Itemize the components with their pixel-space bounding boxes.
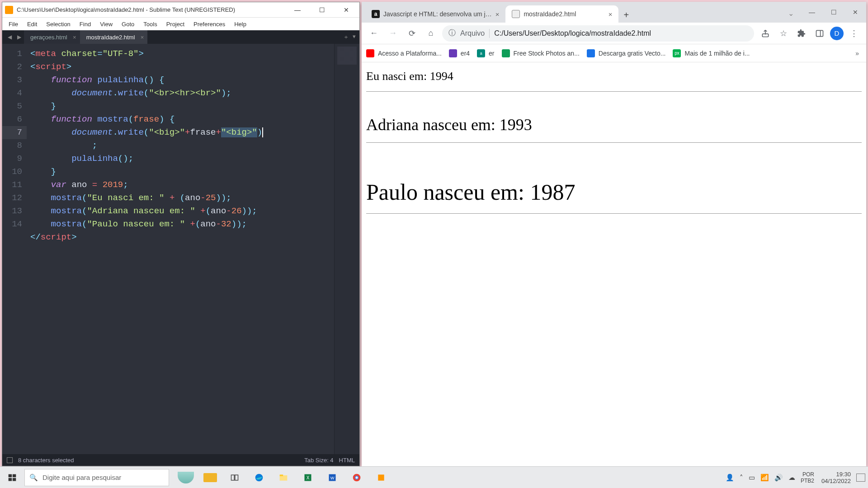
people-icon[interactable]: 👤 [726, 474, 734, 482]
minimize-button[interactable]: — [287, 2, 308, 18]
pexels-icon: px [673, 49, 681, 57]
tray-overflow-icon[interactable]: ˄ [740, 474, 743, 482]
sublime-titlebar[interactable]: C:\Users\User\Desktop\logica\mostraIdade… [2, 2, 359, 18]
menu-file[interactable]: File [5, 19, 22, 29]
taskbar-news-icon-2[interactable] [199, 467, 222, 488]
menu-view[interactable]: View [96, 19, 116, 29]
minimap[interactable] [334, 44, 359, 454]
svg-text:W: W [330, 476, 335, 480]
chrome-tab-active[interactable]: mostraIdade2.html × [505, 5, 618, 23]
system-tray[interactable]: 👤 ˄ ▭ 📶 🔊 ☁ POR PTB2 19:30 04/12/2022 [726, 471, 868, 484]
share-icon[interactable] [758, 26, 773, 41]
sublime-window: C:\Users\User\Desktop\logica\mostraIdade… [2, 2, 360, 466]
menu-goto[interactable]: Goto [118, 19, 138, 29]
tab-nav-back-icon[interactable]: ◀ [5, 34, 14, 40]
taskbar-app-word[interactable]: W [321, 467, 344, 488]
taskbar-news-icon[interactable] [175, 467, 197, 488]
start-button[interactable] [0, 467, 24, 488]
taskbar-app-excel[interactable]: X [297, 467, 319, 488]
search-icon: 🔍 [29, 474, 38, 482]
chrome-menu-icon[interactable]: ⋮ [846, 26, 862, 41]
back-button[interactable]: ← [366, 26, 382, 41]
tab-close-icon[interactable]: × [495, 10, 500, 18]
svg-rect-5 [9, 478, 12, 481]
forward-button[interactable]: → [385, 26, 401, 41]
tab-close-icon[interactable]: × [141, 34, 144, 41]
status-syntax[interactable]: HTML [339, 457, 355, 464]
tab-nav-fwd-icon[interactable]: ▶ [14, 34, 24, 40]
status-tabsize[interactable]: Tab Size: 4 [304, 457, 333, 464]
sublime-editor[interactable]: 1 2 3 4 5 6 7 8 9 10 11 12 13 14 <meta c… [2, 44, 359, 454]
onedrive-icon[interactable]: ☁ [788, 474, 795, 482]
taskbar-app-edge[interactable] [248, 467, 270, 488]
svg-rect-6 [13, 478, 16, 481]
reload-button[interactable]: ⟳ [404, 26, 420, 41]
menu-preferences[interactable]: Preferences [190, 19, 229, 29]
tab-close-icon[interactable]: × [73, 34, 76, 41]
sublime-menubar[interactable]: File Edit Selection Find View Goto Tools… [2, 18, 359, 30]
bookmark-item[interactable]: Descarga gratis Vecto... [587, 49, 666, 57]
bookmark-item[interactable]: a er [477, 49, 494, 57]
battery-icon[interactable]: ▭ [749, 474, 755, 482]
bookmark-item[interactable]: Free Stock Photos an... [502, 49, 580, 57]
menu-edit[interactable]: Edit [24, 19, 41, 29]
volume-icon[interactable]: 🔊 [774, 474, 783, 482]
svg-rect-19 [378, 474, 384, 480]
sublime-tab-inactive[interactable]: geraçoes.html × [24, 30, 80, 44]
menu-find[interactable]: Find [76, 19, 94, 29]
maximize-button[interactable]: ☐ [823, 4, 844, 21]
home-button[interactable]: ⌂ [423, 26, 439, 41]
sublime-statusbar[interactable]: 8 characters selected Tab Size: 4 HTML [2, 454, 359, 466]
bookmark-item[interactable]: er4 [449, 49, 470, 57]
chrome-toolbar: ← → ⟳ ⌂ ⓘ Arquivo C:/Users/User/Desktop/… [362, 23, 866, 44]
chrome-tab-inactive[interactable]: a Javascript e HTML: desenvolva um j… × [365, 5, 505, 23]
bookmark-star-icon[interactable]: ☆ [776, 26, 791, 41]
code-area[interactable]: <meta charset="UTF-8"> <script> function… [27, 44, 334, 454]
taskbar-app-sublime[interactable] [370, 467, 392, 488]
line-number-gutter: 1 2 3 4 5 6 7 8 9 10 11 12 13 14 [2, 44, 27, 454]
sublime-tabbar[interactable]: ◀ ▶ geraçoes.html × mostraIdade2.html × … [2, 30, 359, 44]
hr-divider [366, 142, 862, 143]
profile-avatar-button[interactable]: D [830, 27, 844, 40]
close-button[interactable]: ✕ [844, 4, 866, 21]
chrome-tabstrip[interactable]: a Javascript e HTML: desenvolva um j… × … [362, 2, 866, 23]
taskbar-search[interactable]: 🔍 Digite aqui para pesquisar [24, 469, 169, 486]
clock[interactable]: 19:30 04/12/2022 [821, 471, 851, 484]
taskbar-app-explorer[interactable] [272, 467, 295, 488]
bookmarks-overflow-icon[interactable]: » [855, 50, 862, 57]
browser-viewport[interactable]: Eu nasci em: 1994 Adriana nasceu em: 199… [362, 62, 866, 466]
address-bar[interactable]: ⓘ Arquivo C:/Users/User/Desktop/logica/m… [442, 25, 754, 42]
tab-close-icon[interactable]: × [609, 10, 613, 18]
svg-rect-8 [235, 475, 238, 480]
tab-menu-icon[interactable]: ▾ [353, 33, 356, 41]
url-text: C:/Users/User/Desktop/logica/mostraIdade… [494, 29, 651, 38]
menu-project[interactable]: Project [163, 19, 188, 29]
sublime-tab-active[interactable]: mostraIdade2.html × [80, 30, 148, 44]
status-box-icon[interactable] [7, 457, 13, 463]
menu-selection[interactable]: Selection [42, 19, 74, 29]
menu-help[interactable]: Help [231, 19, 250, 29]
language-indicator[interactable]: POR PTB2 [801, 471, 814, 484]
tab-add-icon[interactable]: ＋ [343, 33, 349, 41]
sublime-app-icon [5, 6, 13, 14]
extensions-icon[interactable] [794, 26, 809, 41]
tab-search-icon[interactable]: ⌄ [788, 9, 794, 18]
task-view-button[interactable] [223, 467, 246, 488]
taskbar-app-chrome[interactable] [345, 467, 368, 488]
menu-tools[interactable]: Tools [140, 19, 160, 29]
windows-taskbar[interactable]: 🔍 Digite aqui para pesquisar X W 👤 ˄ ▭ [0, 466, 868, 488]
maximize-button[interactable]: ☐ [311, 2, 332, 18]
page-output-3: Paulo nasceu em: 1987 [366, 179, 862, 205]
windows-logo-icon [8, 473, 17, 482]
bookmark-item[interactable]: px Mais de 1 milhão de i... [673, 49, 750, 57]
new-tab-button[interactable]: + [618, 7, 634, 23]
site-info-icon[interactable]: ⓘ [448, 28, 456, 38]
bookmarks-bar[interactable]: Acesso a Plataforma... er4 a er Free Sto… [362, 44, 866, 62]
wifi-icon[interactable]: 📶 [760, 474, 769, 482]
bookmark-item[interactable]: Acesso a Plataforma... [366, 49, 442, 57]
sublime-tab-label: geraçoes.html [30, 34, 67, 41]
close-button[interactable]: ✕ [336, 2, 357, 18]
action-center-icon[interactable] [856, 474, 865, 482]
side-panel-icon[interactable] [812, 26, 827, 41]
minimize-button[interactable]: — [801, 4, 823, 21]
